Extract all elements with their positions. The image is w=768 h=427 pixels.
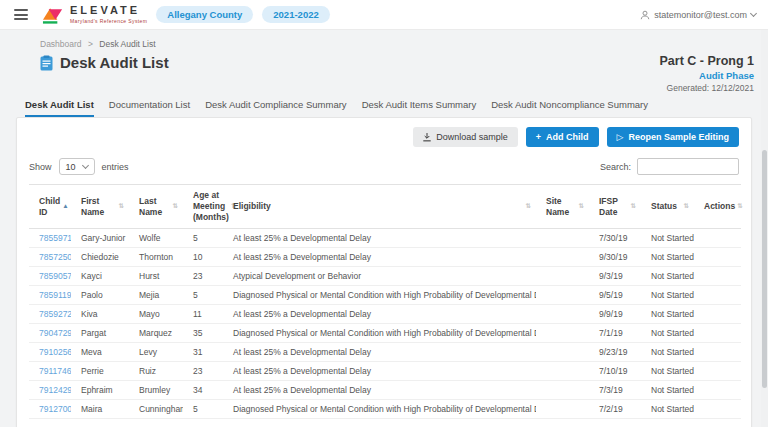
last-name-cell: Hurst	[129, 267, 183, 286]
actions-cell	[694, 248, 741, 267]
child-id-link[interactable]: 7912700	[39, 404, 71, 414]
user-email: statemonitor@test.com	[654, 10, 747, 20]
breadcrumb-dashboard[interactable]: Dashboard	[40, 39, 82, 49]
column-header-eligibility[interactable]: Eligibility ⇅	[223, 185, 536, 229]
scrollbar-thumb[interactable]	[762, 150, 767, 388]
tab-documentation-list[interactable]: Documentation List	[109, 99, 190, 117]
actions-cell	[694, 324, 741, 343]
site-name-cell	[536, 362, 589, 381]
first-name-cell: Chiedozie	[71, 248, 129, 267]
sort-icon[interactable]: ⇅	[526, 202, 531, 210]
column-header-site-name[interactable]: Site Name ⇅	[536, 185, 589, 229]
audit-meta: Part C - Prong 1 Audit Phase Generated: …	[660, 54, 754, 93]
eligibility-cell: Diagnosed Physical or Mental Condition w…	[223, 286, 536, 305]
column-header-actions[interactable]: Actions ⇅	[694, 185, 741, 229]
table-row: 7912429 Ephraim Brumley 34 At least 25% …	[29, 381, 741, 400]
ifsp-date-cell: 9/3/19	[589, 267, 641, 286]
eligibility-cell: Atypical Development or Behavior	[223, 267, 536, 286]
child-id-link[interactable]: 7857250	[39, 252, 71, 262]
ifsp-date-cell: 7/3/19	[589, 381, 641, 400]
first-name-cell: Ephraim	[71, 381, 129, 400]
column-header-ifsp-date[interactable]: IFSP Date ⇅	[589, 185, 641, 229]
table-row: 7855971 Gary-Junior Wolfe 5 At least 25%…	[29, 229, 741, 248]
status-cell: Not Started	[641, 229, 694, 248]
site-name-cell	[536, 400, 589, 419]
tab-items-summary[interactable]: Desk Audit Items Summary	[362, 99, 477, 117]
actions-cell	[694, 267, 741, 286]
child-id-link[interactable]: 7859057	[39, 271, 71, 281]
status-cell: Not Started	[641, 381, 694, 400]
first-name-cell: Gary-Junior	[71, 229, 129, 248]
age-cell: 11	[183, 305, 223, 324]
first-name-cell: Kiva	[71, 305, 129, 324]
desk-audit-table: Child ID ▲ First Name ⇅ Last Name ⇅ Age …	[29, 184, 741, 419]
tab-desk-audit-list[interactable]: Desk Audit List	[25, 99, 94, 117]
child-id-link[interactable]: 7904729	[39, 328, 71, 338]
actions-cell	[694, 286, 741, 305]
table-controls: Show 10 entries Search:	[29, 158, 739, 175]
ifsp-date-cell: 9/5/19	[589, 286, 641, 305]
first-name-cell: Meva	[71, 343, 129, 362]
table-header-row: Child ID ▲ First Name ⇅ Last Name ⇅ Age …	[29, 185, 741, 229]
user-menu[interactable]: statemonitor@test.com	[640, 10, 756, 20]
eligibility-cell: Diagnosed Physical or Mental Condition w…	[223, 400, 536, 419]
table-row: 7911746 Perrie Ruiz 23 At least 25% a De…	[29, 362, 741, 381]
status-cell: Not Started	[641, 267, 694, 286]
sort-icon[interactable]: ⇅	[631, 202, 636, 210]
table-row: 7859119 Paolo Mejia 5 Diagnosed Physical…	[29, 286, 741, 305]
sort-icon[interactable]: ⇅	[173, 202, 178, 210]
column-header-first-name[interactable]: First Name ⇅	[71, 185, 129, 229]
entries-label: entries	[102, 162, 129, 172]
child-id-link[interactable]: 7855971	[39, 233, 71, 243]
site-name-cell	[536, 324, 589, 343]
ifsp-date-cell: 9/30/19	[589, 248, 641, 267]
last-name-cell: Ruiz	[129, 362, 183, 381]
column-header-age[interactable]: Age at Meeting (Months) ⇅	[183, 185, 223, 229]
eligibility-cell: Diagnosed Physical or Mental Condition w…	[223, 324, 536, 343]
page-size-select[interactable]: 10	[59, 158, 95, 175]
sort-icon[interactable]: ⇅	[737, 202, 742, 210]
actions-cell	[694, 229, 741, 248]
show-label: Show	[29, 162, 52, 172]
column-header-last-name[interactable]: Last Name ⇅	[129, 185, 183, 229]
logo-title: ELEVATE	[70, 5, 147, 16]
sort-icon[interactable]: ⇅	[119, 202, 124, 210]
tab-noncompliance-summary[interactable]: Desk Audit Noncompliance Summary	[491, 99, 648, 117]
actions-cell	[694, 400, 741, 419]
status-cell: Not Started	[641, 286, 694, 305]
ifsp-date-cell: 9/9/19	[589, 305, 641, 324]
ifsp-date-cell: 7/10/19	[589, 362, 641, 381]
age-cell: 35	[183, 324, 223, 343]
column-header-status[interactable]: Status ⇅	[641, 185, 694, 229]
child-id-link[interactable]: 7910256	[39, 347, 71, 357]
last-name-cell: Cunningham	[129, 400, 183, 419]
audit-phase-label: Audit Phase	[660, 70, 754, 81]
tab-compliance-summary[interactable]: Desk Audit Compliance Summary	[205, 99, 347, 117]
county-pill[interactable]: Allegany County	[156, 6, 253, 23]
child-id-link[interactable]: 7912429	[39, 385, 71, 395]
add-child-button[interactable]: + Add Child	[526, 127, 599, 147]
actions-cell	[694, 343, 741, 362]
site-name-cell	[536, 305, 589, 324]
child-id-link[interactable]: 7911746	[39, 366, 71, 376]
status-cell: Not Started	[641, 400, 694, 419]
table-body: 7855971 Gary-Junior Wolfe 5 At least 25%…	[29, 229, 741, 419]
year-pill[interactable]: 2021-2022	[262, 6, 329, 23]
site-name-cell	[536, 248, 589, 267]
column-header-child-id[interactable]: Child ID ▲	[29, 185, 71, 229]
reopen-sample-editing-button[interactable]: ▷ Reopen Sample Editing	[607, 127, 739, 147]
sort-asc-icon[interactable]: ▲	[62, 202, 68, 210]
status-cell: Not Started	[641, 343, 694, 362]
search-input[interactable]	[637, 158, 739, 175]
app-logo[interactable]: ELEVATE Maryland's Reference System	[42, 5, 147, 25]
sort-icon[interactable]: ⇅	[684, 202, 689, 210]
child-id-link[interactable]: 7859272	[39, 309, 71, 319]
age-cell: 31	[183, 343, 223, 362]
last-name-cell: Marquez	[129, 324, 183, 343]
download-sample-button[interactable]: Download sample	[413, 127, 518, 147]
menu-icon[interactable]	[14, 7, 28, 23]
play-icon: ▷	[617, 132, 624, 142]
sort-icon[interactable]: ⇅	[579, 202, 584, 210]
child-id-link[interactable]: 7859119	[39, 290, 71, 300]
ifsp-date-cell: 9/23/19	[589, 343, 641, 362]
